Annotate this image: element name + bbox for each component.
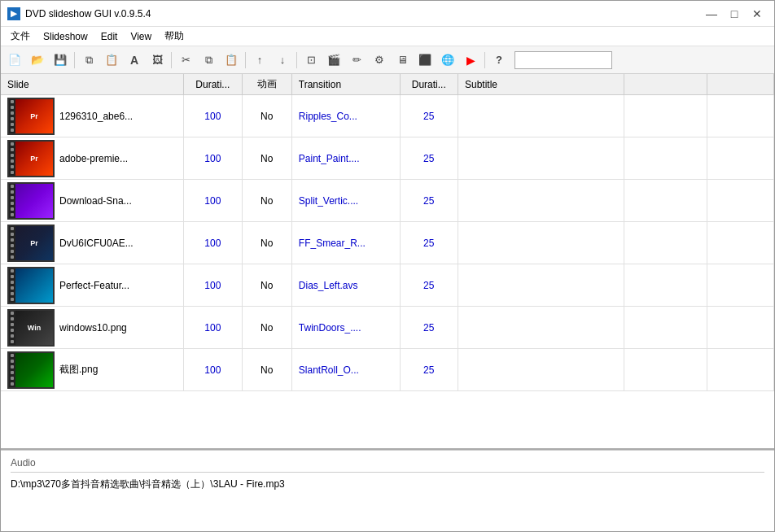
table-row[interactable]: 截图.png 100NoSlantRoll_O...25 xyxy=(1,349,774,391)
duration-6: 100 xyxy=(184,349,242,391)
sep2 xyxy=(171,52,172,68)
tduration-1: 25 xyxy=(400,137,458,180)
slide-name-2: Download-Sna... xyxy=(59,195,132,207)
subtitle-4 xyxy=(458,264,624,307)
font-button[interactable]: A xyxy=(124,50,145,71)
move-up-button[interactable]: ↑ xyxy=(249,50,270,71)
sep4 xyxy=(296,52,297,68)
table-row[interactable]: Pr 1296310_abe6... 100NoRipples_Co...25 xyxy=(1,95,774,137)
toolbar: 📄 📂 💾 ⧉ 📋 A 🖼 ✂ ⧉ 📋 ↑ ↓ ⊡ 🎬 ✏ ⚙ 🖥 ⬛ 🌐 ▶ … xyxy=(1,46,774,74)
draw-button[interactable]: ✏ xyxy=(346,50,367,71)
video-button[interactable]: 🎬 xyxy=(323,50,344,71)
main-content: Slide Durati... 动画 Transition Durati... … xyxy=(1,74,774,531)
extra2-0 xyxy=(707,95,774,137)
col-subtitle: Subtitle xyxy=(458,74,624,95)
slide-name-1: adobe-premie... xyxy=(59,153,128,164)
audio-label: Audio xyxy=(11,457,764,473)
extra1-1 xyxy=(624,137,707,180)
menu-edit[interactable]: Edit xyxy=(94,29,125,44)
transition-0: Ripples_Co... xyxy=(291,95,400,137)
tduration-5: 25 xyxy=(400,307,458,349)
transition-5: TwinDoors_.... xyxy=(291,307,400,349)
image-button[interactable]: 🖼 xyxy=(147,50,168,71)
thumbnail-3: Pr xyxy=(7,225,55,262)
duration-0: 100 xyxy=(184,95,242,137)
table-row[interactable]: Win windows10.png 100NoTwinDoors_....25 xyxy=(1,307,774,349)
extra2-4 xyxy=(707,264,774,307)
title-bar: ▶ DVD slideshow GUI v.0.9.5.4 — □ ✕ xyxy=(1,1,774,27)
slide-cell-5: Win windows10.png xyxy=(1,307,184,349)
cut-button[interactable]: ✂ xyxy=(175,50,196,71)
subtitle-3 xyxy=(458,222,624,264)
resize-button[interactable]: ⊡ xyxy=(300,50,322,71)
table-row[interactable]: Pr DvU6ICFU0AE... 100NoFF_Smear_R...25 xyxy=(1,222,774,264)
animation-3: No xyxy=(242,222,291,264)
table-row[interactable]: Perfect-Featur... 100NoDias_Left.avs25 xyxy=(1,264,774,307)
subtitle-6 xyxy=(458,349,624,391)
table-row[interactable]: Pr adobe-premie... 100NoPaint_Paint....2… xyxy=(1,137,774,180)
animation-6: No xyxy=(242,349,291,391)
menu-help[interactable]: 帮助 xyxy=(158,28,190,45)
subtitle-0 xyxy=(458,95,624,137)
sep3 xyxy=(245,52,246,68)
slide-name-6: 截图.png xyxy=(59,363,98,377)
extra1-5 xyxy=(624,307,707,349)
extra1-3 xyxy=(624,222,707,264)
thumbnail-4 xyxy=(7,267,55,304)
effects-button[interactable]: ⚙ xyxy=(369,50,390,71)
col-extra2 xyxy=(707,74,774,95)
paste-slide-button[interactable]: 📋 xyxy=(101,50,122,71)
copy-button[interactable]: ⧉ xyxy=(198,50,219,71)
extra2-5 xyxy=(707,307,774,349)
monitor-button[interactable]: 🖥 xyxy=(392,50,413,71)
slide-name-3: DvU6ICFU0AE... xyxy=(59,238,134,249)
search-input[interactable] xyxy=(514,51,612,69)
slides-list: Slide Durati... 动画 Transition Durati... … xyxy=(1,74,774,391)
tduration-0: 25 xyxy=(400,95,458,137)
slide-cell-6: 截图.png xyxy=(1,349,184,391)
move-down-button[interactable]: ↓ xyxy=(272,50,293,71)
table-header-row: Slide Durati... 动画 Transition Durati... … xyxy=(1,74,774,95)
copy-slide-button[interactable]: ⧉ xyxy=(78,50,99,71)
animation-4: No xyxy=(242,264,291,307)
close-button[interactable]: ✕ xyxy=(747,6,768,22)
col-slide: Slide xyxy=(1,74,184,95)
minimize-button[interactable]: — xyxy=(701,6,722,22)
thumbnail-1: Pr xyxy=(7,140,55,177)
extra1-4 xyxy=(624,264,707,307)
extra1-6 xyxy=(624,349,707,391)
slide-table[interactable]: Slide Durati... 动画 Transition Durati... … xyxy=(1,74,774,450)
new-button[interactable]: 📄 xyxy=(4,50,25,71)
transition-4: Dias_Left.avs xyxy=(291,264,400,307)
menu-file[interactable]: 文件 xyxy=(4,28,37,45)
paste-button[interactable]: 📋 xyxy=(221,50,242,71)
web-button[interactable]: 🌐 xyxy=(437,50,458,71)
open-button[interactable]: 📂 xyxy=(27,50,48,71)
duration-4: 100 xyxy=(184,264,242,307)
duration-5: 100 xyxy=(184,307,242,349)
slide-cell-3: Pr DvU6ICFU0AE... xyxy=(1,222,184,264)
help-button[interactable]: ? xyxy=(488,50,510,71)
col-tduration: Durati... xyxy=(400,74,458,95)
animation-2: No xyxy=(242,180,291,222)
slide-cell-4: Perfect-Featur... xyxy=(1,264,184,307)
audio-path: D:\mp3\270多首抖音精选歌曲\抖音精选（上）\3LAU - Fire.m… xyxy=(11,477,764,491)
save-button[interactable]: 💾 xyxy=(50,50,71,71)
tduration-4: 25 xyxy=(400,264,458,307)
subtitle-1 xyxy=(458,137,624,180)
menu-view[interactable]: View xyxy=(124,29,158,44)
slide-cell-0: Pr 1296310_abe6... xyxy=(1,95,184,137)
youtube-button[interactable]: ▶ xyxy=(460,50,481,71)
menu-slideshow[interactable]: Slideshow xyxy=(37,29,94,44)
transition-6: SlantRoll_O... xyxy=(291,349,400,391)
tduration-3: 25 xyxy=(400,222,458,264)
maximize-button[interactable]: □ xyxy=(724,6,745,22)
animation-0: No xyxy=(242,95,291,137)
sep5 xyxy=(484,52,485,68)
frame-button[interactable]: ⬛ xyxy=(414,50,436,71)
transition-3: FF_Smear_R... xyxy=(291,222,400,264)
extra2-2 xyxy=(707,180,774,222)
extra2-6 xyxy=(707,349,774,391)
table-row[interactable]: Download-Sna... 100NoSplit_Vertic....25 xyxy=(1,180,774,222)
title-bar-controls: — □ ✕ xyxy=(701,6,768,22)
